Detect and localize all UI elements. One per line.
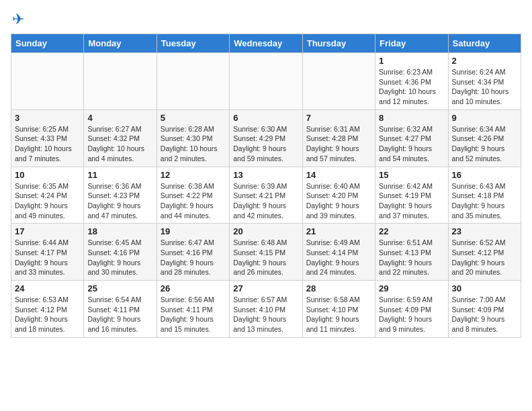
- day-number: 3: [15, 113, 80, 123]
- day-number: 21: [306, 226, 371, 236]
- week-row-1: 1Sunrise: 6:23 AMSunset: 4:36 PMDaylight…: [11, 53, 521, 110]
- day-cell: [230, 53, 302, 110]
- day-info: Sunrise: 6:31 AMSunset: 4:28 PMDaylight:…: [306, 124, 371, 164]
- day-cell: 14Sunrise: 6:40 AMSunset: 4:20 PMDayligh…: [302, 167, 375, 224]
- day-cell: 25Sunrise: 6:54 AMSunset: 4:11 PMDayligh…: [84, 281, 157, 338]
- day-number: 15: [379, 170, 444, 180]
- day-cell: 9Sunrise: 6:34 AMSunset: 4:26 PMDaylight…: [448, 109, 521, 167]
- day-number: 10: [15, 170, 80, 180]
- day-cell: 19Sunrise: 6:47 AMSunset: 4:16 PMDayligh…: [157, 224, 229, 281]
- day-info: Sunrise: 6:49 AMSunset: 4:14 PMDaylight:…: [306, 238, 371, 277]
- day-cell: 15Sunrise: 6:42 AMSunset: 4:19 PMDayligh…: [375, 167, 448, 224]
- day-cell: 3Sunrise: 6:25 AMSunset: 4:33 PMDaylight…: [11, 109, 84, 167]
- day-cell: 17Sunrise: 6:44 AMSunset: 4:17 PMDayligh…: [11, 224, 84, 281]
- day-info: Sunrise: 6:51 AMSunset: 4:13 PMDaylight:…: [379, 238, 444, 277]
- day-cell: [302, 53, 375, 110]
- day-number: 9: [452, 113, 517, 123]
- day-info: Sunrise: 6:35 AMSunset: 4:24 PMDaylight:…: [15, 181, 80, 221]
- day-cell: [11, 53, 84, 110]
- day-info: Sunrise: 6:59 AMSunset: 4:09 PMDaylight:…: [379, 295, 444, 334]
- day-number: 14: [306, 170, 371, 180]
- day-cell: [84, 53, 157, 110]
- day-info: Sunrise: 6:54 AMSunset: 4:11 PMDaylight:…: [87, 295, 152, 334]
- day-cell: 10Sunrise: 6:35 AMSunset: 4:24 PMDayligh…: [11, 167, 84, 224]
- day-info: Sunrise: 6:57 AMSunset: 4:10 PMDaylight:…: [233, 295, 298, 334]
- page-header: ✈: [11, 11, 521, 28]
- week-row-3: 10Sunrise: 6:35 AMSunset: 4:24 PMDayligh…: [11, 167, 521, 224]
- day-number: 7: [306, 113, 371, 123]
- days-of-week-row: SundayMondayTuesdayWednesdayThursdayFrid…: [11, 34, 521, 53]
- day-number: 16: [452, 170, 517, 180]
- day-info: Sunrise: 6:28 AMSunset: 4:30 PMDaylight:…: [161, 124, 226, 164]
- dow-header-thursday: Thursday: [302, 34, 375, 53]
- day-info: Sunrise: 6:30 AMSunset: 4:29 PMDaylight:…: [233, 124, 298, 164]
- day-cell: 1Sunrise: 6:23 AMSunset: 4:36 PMDaylight…: [375, 53, 448, 110]
- day-number: 28: [306, 283, 371, 293]
- day-cell: 30Sunrise: 7:00 AMSunset: 4:09 PMDayligh…: [448, 281, 521, 338]
- day-number: 17: [15, 226, 80, 236]
- day-cell: 8Sunrise: 6:32 AMSunset: 4:27 PMDaylight…: [375, 109, 448, 167]
- day-number: 30: [452, 283, 517, 293]
- day-info: Sunrise: 6:32 AMSunset: 4:27 PMDaylight:…: [379, 124, 444, 164]
- day-info: Sunrise: 6:58 AMSunset: 4:10 PMDaylight:…: [306, 295, 371, 334]
- day-cell: 28Sunrise: 6:58 AMSunset: 4:10 PMDayligh…: [302, 281, 375, 338]
- day-number: 2: [452, 56, 517, 66]
- day-number: 23: [452, 226, 517, 236]
- day-info: Sunrise: 6:47 AMSunset: 4:16 PMDaylight:…: [161, 238, 226, 277]
- day-number: 18: [87, 226, 152, 236]
- day-info: Sunrise: 6:25 AMSunset: 4:33 PMDaylight:…: [15, 124, 80, 164]
- day-cell: 2Sunrise: 6:24 AMSunset: 4:34 PMDaylight…: [448, 53, 521, 110]
- day-info: Sunrise: 6:53 AMSunset: 4:12 PMDaylight:…: [15, 295, 80, 334]
- week-row-4: 17Sunrise: 6:44 AMSunset: 4:17 PMDayligh…: [11, 224, 521, 281]
- day-number: 11: [87, 170, 152, 180]
- dow-header-friday: Friday: [375, 34, 448, 53]
- day-info: Sunrise: 6:56 AMSunset: 4:11 PMDaylight:…: [161, 295, 226, 334]
- dow-header-tuesday: Tuesday: [157, 34, 229, 53]
- day-number: 24: [15, 283, 80, 293]
- day-number: 13: [233, 170, 298, 180]
- dow-header-monday: Monday: [84, 34, 157, 53]
- day-cell: 11Sunrise: 6:36 AMSunset: 4:23 PMDayligh…: [84, 167, 157, 224]
- day-info: Sunrise: 6:36 AMSunset: 4:23 PMDaylight:…: [87, 181, 152, 221]
- day-number: 8: [379, 113, 444, 123]
- day-number: 25: [87, 283, 152, 293]
- day-info: Sunrise: 6:23 AMSunset: 4:36 PMDaylight:…: [379, 67, 444, 107]
- day-cell: 6Sunrise: 6:30 AMSunset: 4:29 PMDaylight…: [230, 109, 302, 167]
- week-row-2: 3Sunrise: 6:25 AMSunset: 4:33 PMDaylight…: [11, 109, 521, 167]
- dow-header-sunday: Sunday: [11, 34, 84, 53]
- day-number: 29: [379, 283, 444, 293]
- day-info: Sunrise: 6:27 AMSunset: 4:32 PMDaylight:…: [87, 124, 152, 164]
- logo-bird-icon: ✈: [12, 11, 24, 28]
- day-info: Sunrise: 6:24 AMSunset: 4:34 PMDaylight:…: [452, 67, 517, 107]
- day-info: Sunrise: 6:40 AMSunset: 4:20 PMDaylight:…: [306, 181, 371, 221]
- dow-header-saturday: Saturday: [448, 34, 521, 53]
- day-cell: 5Sunrise: 6:28 AMSunset: 4:30 PMDaylight…: [157, 109, 229, 167]
- day-number: 5: [161, 113, 226, 123]
- day-number: 27: [233, 283, 298, 293]
- logo: ✈: [11, 11, 24, 28]
- day-number: 6: [233, 113, 298, 123]
- day-info: Sunrise: 6:45 AMSunset: 4:16 PMDaylight:…: [87, 238, 152, 277]
- day-cell: 20Sunrise: 6:48 AMSunset: 4:15 PMDayligh…: [230, 224, 302, 281]
- day-cell: 27Sunrise: 6:57 AMSunset: 4:10 PMDayligh…: [230, 281, 302, 338]
- day-cell: 4Sunrise: 6:27 AMSunset: 4:32 PMDaylight…: [84, 109, 157, 167]
- day-cell: 12Sunrise: 6:38 AMSunset: 4:22 PMDayligh…: [157, 167, 229, 224]
- day-info: Sunrise: 6:42 AMSunset: 4:19 PMDaylight:…: [379, 181, 444, 221]
- day-info: Sunrise: 6:52 AMSunset: 4:12 PMDaylight:…: [452, 238, 517, 277]
- calendar-body: 1Sunrise: 6:23 AMSunset: 4:36 PMDaylight…: [11, 53, 521, 338]
- day-info: Sunrise: 6:38 AMSunset: 4:22 PMDaylight:…: [161, 181, 226, 221]
- day-info: Sunrise: 7:00 AMSunset: 4:09 PMDaylight:…: [452, 295, 517, 334]
- day-number: 26: [161, 283, 226, 293]
- day-cell: 29Sunrise: 6:59 AMSunset: 4:09 PMDayligh…: [375, 281, 448, 338]
- day-cell: 24Sunrise: 6:53 AMSunset: 4:12 PMDayligh…: [11, 281, 84, 338]
- day-cell: 13Sunrise: 6:39 AMSunset: 4:21 PMDayligh…: [230, 167, 302, 224]
- day-info: Sunrise: 6:39 AMSunset: 4:21 PMDaylight:…: [233, 181, 298, 221]
- day-cell: [157, 53, 229, 110]
- day-number: 4: [87, 113, 152, 123]
- day-cell: 21Sunrise: 6:49 AMSunset: 4:14 PMDayligh…: [302, 224, 375, 281]
- day-cell: 26Sunrise: 6:56 AMSunset: 4:11 PMDayligh…: [157, 281, 229, 338]
- day-number: 19: [161, 226, 226, 236]
- day-info: Sunrise: 6:43 AMSunset: 4:18 PMDaylight:…: [452, 181, 517, 221]
- day-cell: 18Sunrise: 6:45 AMSunset: 4:16 PMDayligh…: [84, 224, 157, 281]
- day-number: 12: [161, 170, 226, 180]
